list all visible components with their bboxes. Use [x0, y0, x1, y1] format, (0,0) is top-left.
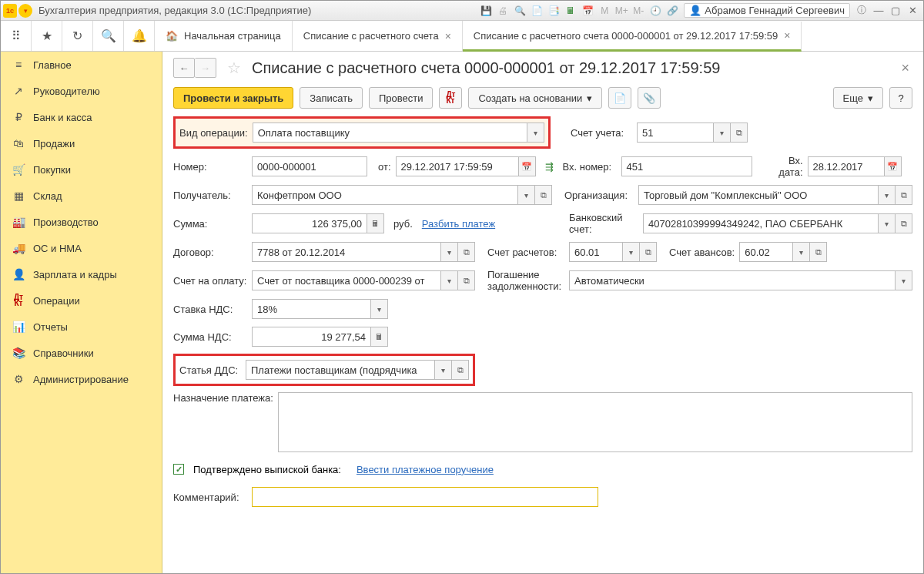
- op-kind-input[interactable]: Оплата поставщику: [253, 123, 527, 143]
- close-icon[interactable]: ×: [784, 29, 790, 42]
- confirmed-checkbox[interactable]: ✓: [173, 464, 184, 475]
- copy-icon[interactable]: 📑: [545, 3, 562, 18]
- tab-home[interactable]: 🏠 Начальная страница: [155, 21, 293, 51]
- dropdown-button[interactable]: [518, 185, 535, 205]
- bank-account-input[interactable]: 40702810399994349242, ПАО СБЕРБАНК: [643, 213, 879, 233]
- sidebar-item-stock[interactable]: ▦Склад: [1, 183, 162, 209]
- nav-forward-button[interactable]: →: [195, 58, 216, 78]
- dropdown-button[interactable]: [879, 185, 896, 205]
- organization-input[interactable]: Торговый дом "Комплексный" ООО: [638, 185, 879, 205]
- window-maximize[interactable]: ▢: [887, 5, 904, 16]
- date-input[interactable]: 29.12.2017 17:59:59: [396, 156, 519, 176]
- calc-icon[interactable]: 🖩: [562, 3, 579, 18]
- user-badge[interactable]: 👤 Абрамов Геннадий Сергеевич: [684, 3, 850, 18]
- dropdown-button[interactable]: [714, 123, 731, 143]
- save-icon[interactable]: 💾: [477, 3, 494, 18]
- vat-rate-input[interactable]: 18%: [252, 299, 371, 319]
- print-form-button[interactable]: 📄: [608, 87, 631, 109]
- debt-repayment-input[interactable]: Автоматически: [569, 270, 896, 290]
- vat-sum-input[interactable]: 19 277,54: [252, 327, 371, 347]
- sidebar-item-manufacturing[interactable]: 🏭Производство: [1, 209, 162, 235]
- dropdown-button[interactable]: [435, 360, 452, 380]
- notifications-icon[interactable]: 🔔: [124, 21, 155, 51]
- link-icon[interactable]: 🔗: [664, 3, 681, 18]
- dropdown-button[interactable]: [793, 242, 810, 262]
- dtkt-button[interactable]: ДтКт: [439, 87, 462, 109]
- open-button[interactable]: [458, 270, 475, 290]
- document-close-button[interactable]: ×: [898, 60, 912, 76]
- split-payment-link[interactable]: Разбить платеж: [422, 218, 495, 230]
- open-button[interactable]: [731, 123, 748, 143]
- account-input[interactable]: 51: [637, 123, 714, 143]
- open-button[interactable]: [810, 242, 827, 262]
- more-button[interactable]: Еще▾: [833, 87, 883, 109]
- dropdown-button[interactable]: [441, 270, 458, 290]
- open-button[interactable]: [896, 213, 912, 233]
- open-button[interactable]: [452, 360, 469, 380]
- advance-account-input[interactable]: 60.02: [739, 242, 793, 262]
- sidebar-item-catalogs[interactable]: 📚Справочники: [1, 340, 162, 366]
- sidebar-item-purchases[interactable]: 🛒Покупки: [1, 156, 162, 183]
- sidebar-item-sales[interactable]: 🛍Продажи: [1, 130, 162, 156]
- payment-bill-input[interactable]: Счет от поставщика 0000-000239 от: [252, 270, 441, 290]
- open-button[interactable]: [458, 242, 475, 262]
- close-icon[interactable]: ×: [445, 30, 451, 42]
- settlement-account-input[interactable]: 60.01: [569, 242, 623, 262]
- open-button[interactable]: [535, 185, 552, 205]
- dropdown-button[interactable]: [527, 123, 544, 143]
- calculator-button[interactable]: [367, 213, 384, 233]
- create-based-button[interactable]: Создать на основании▾: [468, 87, 602, 109]
- memory-mplus[interactable]: M+: [613, 3, 630, 18]
- window-close[interactable]: ✕: [904, 5, 921, 16]
- dropdown-button[interactable]: [371, 299, 388, 319]
- window-minimize[interactable]: —: [870, 5, 887, 16]
- in-date-input[interactable]: 28.12.2017: [808, 156, 885, 176]
- memory-m[interactable]: M: [596, 3, 613, 18]
- in-number-input[interactable]: 451: [621, 156, 752, 176]
- attach-button[interactable]: 📎: [638, 87, 661, 109]
- write-button[interactable]: Записать: [300, 87, 363, 109]
- dropdown-button[interactable]: [879, 213, 896, 233]
- sidebar-item-reports[interactable]: 📊Отчеты: [1, 314, 162, 340]
- sidebar-item-assets[interactable]: 🚚ОС и НМА: [1, 235, 162, 261]
- calendar-button[interactable]: [885, 156, 902, 176]
- preview-icon[interactable]: 🔍: [511, 3, 528, 18]
- payee-input[interactable]: Конфетпром ООО: [252, 185, 518, 205]
- contract-input[interactable]: 7788 от 20.12.2014: [252, 242, 441, 262]
- nav-back-button[interactable]: ←: [173, 58, 195, 78]
- comment-input[interactable]: [252, 487, 598, 507]
- help-button[interactable]: ?: [889, 87, 912, 109]
- calculator-button[interactable]: [371, 327, 388, 347]
- sidebar-item-operations[interactable]: ДтКтОперации: [1, 287, 162, 314]
- enter-payment-order-link[interactable]: Ввести платежное поручение: [357, 464, 494, 475]
- apps-grid-icon[interactable]: ⠿: [1, 21, 32, 51]
- calendar-icon[interactable]: 📅: [579, 3, 596, 18]
- sidebar-item-main[interactable]: ≡Главное: [1, 52, 162, 78]
- dds-input[interactable]: Платежи поставщикам (подрядчика: [246, 360, 435, 380]
- calendar-button[interactable]: [519, 156, 536, 176]
- favorites-icon[interactable]: ★: [32, 21, 62, 51]
- memory-mminus[interactable]: M-: [630, 3, 647, 18]
- search-icon[interactable]: 🔍: [93, 21, 124, 51]
- favorite-star-icon[interactable]: ☆: [227, 59, 241, 77]
- open-button[interactable]: [896, 185, 912, 205]
- clock-icon[interactable]: 🕘: [647, 3, 664, 18]
- tab-withdrawal-list[interactable]: Списание с расчетного счета ×: [293, 21, 463, 51]
- number-input[interactable]: 0000-000001: [252, 156, 367, 176]
- print-icon[interactable]: 🖨: [494, 3, 511, 18]
- open-button[interactable]: [640, 242, 657, 262]
- purpose-textarea[interactable]: [278, 392, 912, 452]
- dropdown-button[interactable]: [441, 242, 458, 262]
- info-icon[interactable]: ⓘ: [853, 3, 870, 18]
- sidebar-item-bank[interactable]: ₽Банк и касса: [1, 104, 162, 130]
- sidebar-item-salary[interactable]: 👤Зарплата и кадры: [1, 261, 162, 287]
- post-button[interactable]: Провести: [369, 87, 434, 109]
- tab-withdrawal-doc[interactable]: Списание с расчетного счета 0000-000001 …: [463, 22, 802, 52]
- history-icon[interactable]: ↻: [62, 21, 93, 51]
- sidebar-item-manager[interactable]: ↗Руководителю: [1, 78, 162, 104]
- doc-icon[interactable]: 📄: [528, 3, 545, 18]
- sum-input[interactable]: 126 375,00: [252, 213, 367, 233]
- app-menu-dropdown[interactable]: ▾: [18, 4, 32, 18]
- dropdown-button[interactable]: [623, 242, 640, 262]
- dropdown-button[interactable]: [896, 270, 912, 290]
